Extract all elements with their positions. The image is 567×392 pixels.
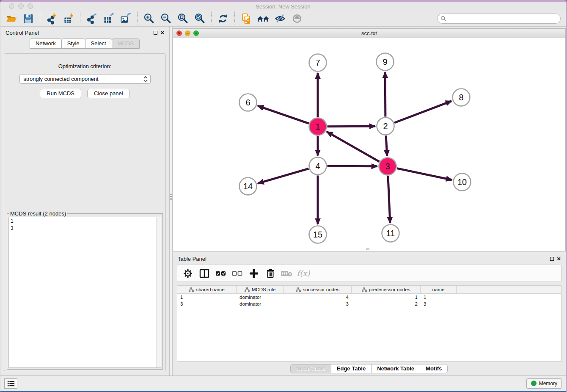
run-mcds-button[interactable]: Run MCDS (40, 89, 81, 98)
delete-table-icon (281, 268, 293, 279)
tab-network[interactable]: Network (30, 39, 62, 49)
zoom-in-button[interactable] (140, 12, 157, 25)
column-header-label: predecessor nodes (369, 287, 410, 292)
zoom-selected-button[interactable] (191, 12, 208, 25)
network-maximize-button[interactable]: + (193, 30, 199, 36)
memory-status-icon (531, 381, 537, 386)
network-minimize-button[interactable]: − (185, 30, 190, 36)
save-session-button[interactable] (20, 12, 37, 25)
table-cell: 1 (421, 295, 457, 300)
zoom-out-button[interactable] (157, 12, 174, 25)
task-history-button[interactable] (4, 378, 17, 389)
close-panel-icon[interactable]: × (557, 257, 561, 261)
hide-selected-button[interactable] (272, 12, 289, 25)
float-panel-icon[interactable] (154, 31, 157, 35)
graph-node-7[interactable]: 7 (309, 54, 327, 72)
export-image-button[interactable] (117, 12, 134, 25)
network-canvas[interactable]: 7968124314101511 (173, 38, 565, 251)
export-table-button[interactable] (100, 12, 117, 25)
column-header-shared-name[interactable]: shared name (177, 286, 237, 293)
create-column-button[interactable] (248, 267, 260, 280)
column-header-name[interactable]: name (421, 286, 457, 293)
toolbar-separator (80, 12, 80, 25)
tab-style[interactable]: Style (61, 39, 85, 49)
apply-layout-button[interactable] (215, 12, 231, 25)
graph-edge-1-6[interactable] (258, 106, 309, 124)
new-network-from-selection-icon (240, 13, 253, 25)
control-panel-title: Control Panel (6, 30, 39, 36)
tab-network-table[interactable]: Network Table (371, 364, 420, 373)
open-session-button[interactable] (3, 12, 20, 25)
control-panel-header: Control Panel × (0, 27, 169, 39)
mcds-result-text[interactable]: 1 3 (8, 217, 161, 368)
canvas-scroll-thumb[interactable] (366, 248, 369, 250)
optimization-criterion-select[interactable]: strongly connected component (19, 74, 151, 84)
graph-edge-4-3[interactable] (327, 166, 377, 166)
export-network-button[interactable] (83, 12, 100, 25)
float-panel-icon[interactable] (550, 257, 554, 261)
network-graph[interactable]: 7968124314101511 (173, 38, 564, 251)
graph-node-3[interactable]: 3 (379, 158, 396, 175)
show-hidden-button[interactable] (289, 12, 306, 25)
divider-grip-icon[interactable] (170, 194, 172, 201)
tab-motifs[interactable]: Motifs (420, 364, 448, 373)
column-header-MCDS-role[interactable]: MCDS role (237, 286, 284, 293)
search-input[interactable] (448, 16, 560, 22)
table-cell: 3 (177, 301, 237, 306)
deselect-all-button[interactable] (231, 267, 244, 280)
close-window-button[interactable] (9, 3, 14, 9)
graph-edge-2-9[interactable] (385, 72, 385, 116)
network-close-button[interactable]: × (176, 30, 182, 36)
import-network-button[interactable] (43, 12, 60, 25)
column-header-successor-nodes[interactable]: successor nodes (284, 286, 352, 293)
table-row[interactable]: 1dominator411 (177, 294, 561, 301)
toggle-panel-layout-button[interactable] (198, 267, 211, 280)
graph-node-11[interactable]: 11 (382, 225, 399, 242)
graph-node-4[interactable]: 4 (309, 157, 327, 175)
hierarchy-icon (189, 287, 194, 292)
network-window-titlebar: × − + scc.txt (173, 29, 565, 38)
svg-text:10: 10 (457, 177, 467, 187)
panel-divider[interactable] (169, 27, 173, 375)
zoom-fit-button[interactable] (174, 12, 191, 25)
select-all-button[interactable] (215, 267, 227, 280)
graph-edge-2-8[interactable] (394, 101, 451, 123)
graph-node-9[interactable]: 9 (377, 53, 394, 71)
tab-node-table[interactable]: Node Table (290, 364, 331, 373)
table-row[interactable]: 3dominator323 (177, 301, 561, 307)
graph-edge-3-10[interactable] (397, 168, 452, 180)
window-controls[interactable] (9, 3, 33, 9)
graph-node-6[interactable]: 6 (239, 94, 257, 111)
column-header-predecessor-nodes[interactable]: predecessor nodes (352, 286, 421, 293)
tab-select[interactable]: Select (85, 39, 112, 49)
close-panel-button[interactable]: Close panel (87, 89, 130, 98)
graph-node-15[interactable]: 15 (309, 226, 327, 243)
graph-edge-2-3[interactable] (386, 135, 387, 156)
search-box[interactable] (437, 14, 561, 24)
graph-edge-3-11[interactable] (388, 176, 390, 223)
eye-icon (291, 13, 303, 25)
graph-node-10[interactable]: 10 (454, 174, 471, 191)
import-table-button[interactable] (60, 12, 77, 25)
network-overview-button[interactable] (255, 12, 272, 25)
svg-text:7: 7 (315, 58, 320, 67)
tab-edge-table[interactable]: Edge Table (331, 364, 372, 373)
graph-edge-4-14[interactable] (258, 168, 309, 183)
minimize-window-button[interactable] (18, 3, 24, 9)
graph-node-2[interactable]: 2 (377, 118, 394, 135)
graph-node-1[interactable]: 1 (309, 118, 327, 135)
application-window: Session: New Session (0, 0, 567, 392)
delete-column-button[interactable] (264, 267, 277, 280)
graph-node-14[interactable]: 14 (239, 178, 257, 195)
graph-edge-1-2[interactable] (327, 126, 375, 127)
column-settings-button[interactable] (182, 267, 194, 280)
close-panel-icon[interactable]: × (160, 30, 164, 35)
zoom-window-button[interactable] (28, 3, 33, 9)
new-network-from-selection-button[interactable] (238, 12, 255, 25)
memory-button[interactable]: Memory (526, 378, 562, 389)
graph-edge-3-1[interactable] (327, 132, 379, 162)
graph-node-8[interactable]: 8 (453, 89, 470, 106)
node-table[interactable]: shared nameMCDS rolesuccessor nodesprede… (177, 285, 561, 362)
result-scrollbar[interactable] (156, 217, 161, 367)
tab-mcds[interactable]: MCDS (112, 39, 140, 49)
